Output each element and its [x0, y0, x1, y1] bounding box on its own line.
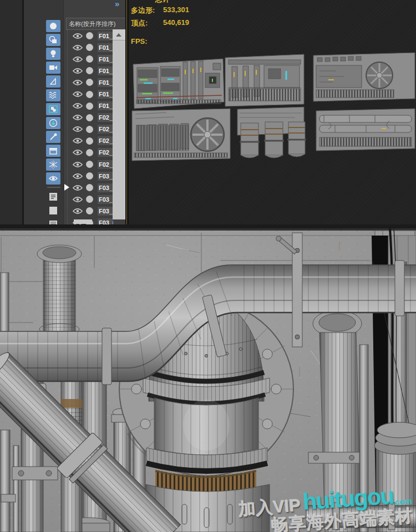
explorer-horizontal-scrollbar[interactable]: [74, 219, 92, 224]
object-name-label: F02_0: [98, 125, 113, 134]
wireframe-viewport[interactable]: 加入VIP huitugou .com 畅享海外高端素材: [0, 228, 416, 532]
model-panel-5: [237, 107, 306, 158]
filter-helpers-icon[interactable]: [46, 75, 60, 88]
freeze-dot-icon[interactable]: [86, 67, 93, 74]
visibility-eye-icon[interactable]: [73, 103, 83, 109]
filter-space-warps-icon[interactable]: [46, 89, 60, 101]
object-name-label: F03_0: [98, 195, 113, 204]
freeze-dot-icon[interactable]: [86, 103, 93, 110]
filter-groups-icon[interactable]: [46, 103, 60, 115]
object-name-label: F03_0: [98, 218, 113, 224]
stat-polygons-value: 533,301: [163, 6, 189, 16]
visibility-eye-icon[interactable]: [73, 185, 83, 191]
object-name-label: F01_0: [98, 66, 113, 75]
stat-vertices-value: 540,619: [163, 18, 189, 28]
name-sort-header[interactable]: 名称(按升序排序): [66, 18, 128, 30]
visibility-eye-icon[interactable]: [73, 33, 83, 39]
detail-view-icon[interactable]: [46, 218, 60, 224]
list-view-icon[interactable]: [46, 191, 60, 203]
model-panel-4: [132, 109, 230, 161]
visibility-eye-icon[interactable]: [73, 137, 83, 144]
object-name-label: F01_0: [98, 43, 113, 52]
filter-hidden-icon[interactable]: [46, 172, 60, 185]
stat-polygons-label: 多边形:: [131, 6, 163, 16]
stat-vertices-label: 顶点:: [131, 18, 163, 28]
filter-geometry-icon[interactable]: [46, 20, 60, 32]
visibility-eye-icon[interactable]: [73, 44, 83, 51]
visibility-eye-icon[interactable]: [73, 56, 83, 63]
block-view-icon[interactable]: [46, 204, 60, 217]
object-name-label: F03_0: [98, 183, 113, 192]
freeze-dot-icon[interactable]: [86, 32, 93, 39]
visibility-eye-icon[interactable]: [73, 161, 83, 168]
object-name-label: F03_0: [98, 172, 113, 181]
freeze-dot-icon[interactable]: [86, 44, 93, 51]
freeze-dot-icon[interactable]: [86, 126, 93, 133]
freeze-dot-icon[interactable]: [86, 55, 93, 63]
freeze-dot-icon[interactable]: [86, 207, 93, 214]
model-panel-3: [313, 53, 415, 101]
object-name-label: F01_0: [98, 32, 113, 40]
filter-bones-icon[interactable]: [46, 131, 60, 143]
stat-total-label: 总计: [155, 0, 189, 3]
top-section: 名称(按升序排序) F01_0 F01_0 F01_0: [0, 0, 416, 224]
freeze-dot-icon[interactable]: [86, 149, 93, 156]
freeze-dot-icon[interactable]: [86, 161, 93, 168]
filter-shapes-icon[interactable]: [46, 34, 60, 46]
object-name-label: F01_0: [98, 55, 113, 64]
explorer-filter-toolbar: [46, 20, 62, 224]
visibility-eye-icon[interactable]: [73, 91, 83, 98]
viewport-statistics: 总计 多边形: 533,301 顶点: 540,619 FPS:: [131, 0, 189, 45]
model-panel-1: [133, 59, 224, 109]
object-name-label: F01_0: [98, 101, 113, 110]
scroll-up-button[interactable]: [113, 29, 125, 40]
screen: 名称(按升序排序) F01_0 F01_0 F01_0: [0, 0, 416, 532]
stat-fps-label: FPS:: [131, 37, 189, 45]
asset-viewport[interactable]: 总计 多边形: 533,301 顶点: 540,619 FPS:: [129, 0, 416, 224]
toolbar-separator: [47, 187, 60, 188]
freeze-dot-icon[interactable]: [86, 91, 93, 98]
object-name-label: F01_0: [98, 90, 113, 99]
filter-frozen-icon[interactable]: [46, 158, 60, 171]
object-name-label: F01_0: [98, 78, 113, 87]
filter-xrefs-icon[interactable]: [46, 117, 60, 129]
pipe-bracket: [12, 467, 58, 480]
pipe-clamp: [395, 260, 404, 316]
visibility-eye-icon[interactable]: [73, 196, 83, 203]
wireframe-scene: [0, 228, 416, 532]
active-viewport-border: [126, 0, 127, 224]
freeze-dot-icon[interactable]: [86, 79, 93, 86]
visibility-eye-icon[interactable]: [73, 173, 83, 180]
current-row-arrow: [64, 184, 69, 191]
explorer-collapse-button[interactable]: »: [115, 0, 127, 8]
left-dark-column: [0, 0, 22, 224]
visibility-eye-icon[interactable]: [73, 79, 83, 86]
filter-cameras-icon[interactable]: [46, 62, 60, 74]
freeze-dot-icon[interactable]: [86, 196, 93, 203]
explorer-vertical-scrollbar[interactable]: [113, 29, 125, 219]
filter-lights-icon[interactable]: [46, 48, 60, 60]
freeze-dot-icon[interactable]: [86, 172, 93, 180]
visibility-eye-icon[interactable]: [73, 126, 83, 132]
object-name-label: F03_0: [98, 207, 113, 216]
visibility-eye-icon[interactable]: [73, 68, 83, 74]
bottom-rail: [306, 503, 416, 530]
model-panel-6: [316, 109, 415, 151]
object-name-label: F02_0: [98, 136, 113, 145]
viewport-splitter[interactable]: [0, 224, 416, 228]
object-name-label: F02_0: [98, 148, 113, 157]
model-panel-2: [225, 54, 304, 106]
freeze-dot-icon[interactable]: [86, 184, 93, 191]
visibility-eye-icon[interactable]: [73, 149, 83, 156]
freeze-dot-icon[interactable]: [86, 114, 93, 121]
filter-containers-icon[interactable]: [46, 145, 60, 157]
freeze-dot-icon[interactable]: [86, 137, 93, 145]
visibility-eye-icon[interactable]: [73, 114, 83, 121]
object-name-label: F02_0: [98, 113, 113, 122]
visibility-eye-icon[interactable]: [73, 208, 83, 214]
object-name-label: F02_0: [98, 160, 113, 169]
pipe-clamp: [102, 328, 111, 385]
